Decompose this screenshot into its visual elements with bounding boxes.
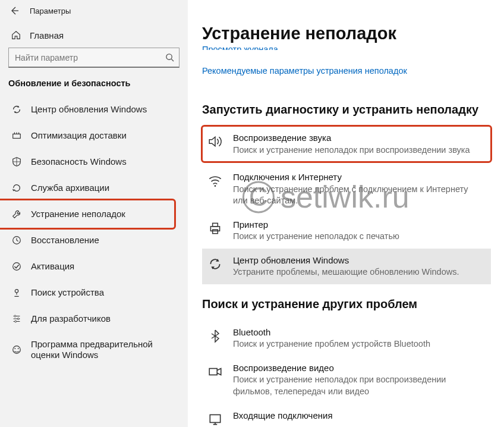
sidebar-item-label: Восстановление <box>31 235 177 246</box>
tile-title: Входящие подключения <box>233 410 483 422</box>
troubleshoot-tile-video[interactable]: Воспроизведение видео Поиск и устранение… <box>202 356 491 404</box>
svg-point-0 <box>166 54 172 59</box>
sidebar-item-label: Устранение неполадок <box>31 209 177 219</box>
backup-icon <box>11 182 23 194</box>
sidebar-item-insider[interactable]: Программа предварительной оценки Windows <box>0 332 188 368</box>
recovery-icon <box>11 234 23 246</box>
svg-rect-14 <box>213 230 218 234</box>
nav-list: Центр обновления Windows Оптимизация дос… <box>0 96 188 368</box>
sidebar-item-windows-update[interactable]: Центр обновления Windows <box>0 96 188 123</box>
video-icon <box>207 363 223 380</box>
tile-desc: Поиск и устранение неполадок с печатью <box>233 231 483 243</box>
sidebar-item-label: Программа предварительной оценки Windows <box>31 339 177 360</box>
wifi-icon <box>207 172 223 189</box>
incoming-icon <box>207 411 223 428</box>
sidebar-item-label: Для разработчиков <box>31 313 177 324</box>
sidebar-item-label: Центр обновления Windows <box>31 104 177 115</box>
app-title: Параметры <box>30 7 71 15</box>
sidebar-item-label: Безопасность Windows <box>31 156 177 167</box>
printer-icon <box>207 220 223 237</box>
svg-rect-16 <box>210 415 220 422</box>
tile-title: Подключения к Интернету <box>233 171 483 183</box>
section-header: Обновление и безопасность <box>0 79 188 96</box>
sidebar-item-recovery[interactable]: Восстановление <box>0 227 188 253</box>
search-input[interactable] <box>8 48 179 68</box>
sync-icon <box>11 103 23 115</box>
svg-point-6 <box>17 318 19 320</box>
sidebar-item-windows-security[interactable]: Безопасность Windows <box>0 149 188 175</box>
location-icon <box>11 287 23 299</box>
tile-title: Воспроизведение звука <box>233 132 483 144</box>
back-button[interactable] <box>8 5 20 17</box>
svg-rect-12 <box>210 226 219 231</box>
tile-desc: Устраните проблемы, мешающие обновлению … <box>233 266 483 278</box>
svg-point-3 <box>13 263 21 271</box>
bluetooth-icon <box>207 328 223 344</box>
shield-icon <box>11 156 23 168</box>
sidebar-item-label: Активация <box>31 261 177 272</box>
tile-desc: Поиск и устранение неполадок при воспрои… <box>233 145 483 156</box>
sidebar-item-backup[interactable]: Служба архивации <box>0 175 188 201</box>
svg-point-9 <box>14 348 15 349</box>
sidebar-item-for-developers[interactable]: Для разработчиков <box>0 306 188 332</box>
troubleshoot-tile-windows-update[interactable]: Центр обновления Windows Устраните пробл… <box>202 249 491 284</box>
home-icon <box>11 30 21 40</box>
svg-rect-1 <box>13 134 21 138</box>
svg-point-10 <box>18 348 19 349</box>
sidebar-item-home[interactable]: Главная <box>0 24 188 48</box>
sliders-icon <box>11 313 23 325</box>
svg-point-5 <box>14 315 16 317</box>
troubleshoot-tile-bluetooth[interactable]: Bluetooth Поиск и устранение проблем уст… <box>202 321 491 356</box>
sidebar-item-troubleshoot[interactable]: Устранение неполадок <box>0 201 188 227</box>
home-label: Главная <box>30 30 64 40</box>
delivery-icon <box>11 130 23 142</box>
tile-desc: Поиск и устранение проблем с подключение… <box>233 184 483 207</box>
sidebar-item-label: Служба архивации <box>31 183 177 193</box>
sidebar-item-activation[interactable]: Активация <box>0 253 188 280</box>
main-panel: Устранение неполадок Просмотр журнала Ре… <box>188 0 504 427</box>
svg-point-7 <box>15 321 17 322</box>
sync-icon <box>207 256 223 272</box>
link-recommended[interactable]: Рекомендуемые параметры устранения непол… <box>202 66 407 76</box>
search-field[interactable] <box>15 53 165 62</box>
troubleshoot-tile-audio[interactable]: Воспроизведение звука Поиск и устранение… <box>202 126 491 162</box>
tile-title: Центр обновления Windows <box>233 255 483 266</box>
troubleshoot-tile-internet[interactable]: Подключения к Интернету Поиск и устранен… <box>202 165 491 213</box>
speaker-icon <box>207 133 223 150</box>
titlebar: Параметры <box>0 0 188 24</box>
check-icon <box>11 260 23 272</box>
svg-point-4 <box>15 290 18 293</box>
troubleshoot-tile-printer[interactable]: Принтер Поиск и устранение неполадок с п… <box>202 213 491 249</box>
sidebar-item-label: Поиск устройства <box>31 287 177 298</box>
tile-title: Принтер <box>233 219 483 231</box>
wrench-icon <box>11 208 23 220</box>
tile-title: Bluetooth <box>233 326 483 338</box>
troubleshoot-tile-incoming[interactable]: Входящие подключения <box>202 404 491 428</box>
tile-title: Воспроизведение видео <box>233 362 483 374</box>
svg-rect-15 <box>209 368 217 375</box>
sidebar-item-find-my-device[interactable]: Поиск устройства <box>0 280 188 306</box>
search-icon <box>165 53 174 62</box>
sidebar-item-label: Оптимизация доставки <box>31 130 177 141</box>
sidebar: Параметры Главная Обновление и безопасно… <box>0 0 188 427</box>
insider-icon <box>11 344 23 356</box>
svg-rect-13 <box>213 223 218 226</box>
subheading-other: Поиск и устранение других проблем <box>202 297 491 311</box>
link-view-log[interactable]: Просмотр журнала <box>202 43 491 50</box>
svg-point-11 <box>215 185 216 187</box>
sidebar-item-delivery-optimization[interactable]: Оптимизация доставки <box>0 123 188 149</box>
tile-desc: Поиск и устранение проблем устройств Blu… <box>233 338 483 350</box>
tile-desc: Поиск и устранение неполадок при воспрои… <box>233 374 483 397</box>
page-title: Устранение неполадок <box>202 24 491 43</box>
subheading-diagnostics: Запустить диагностику и устранить непола… <box>202 103 491 117</box>
